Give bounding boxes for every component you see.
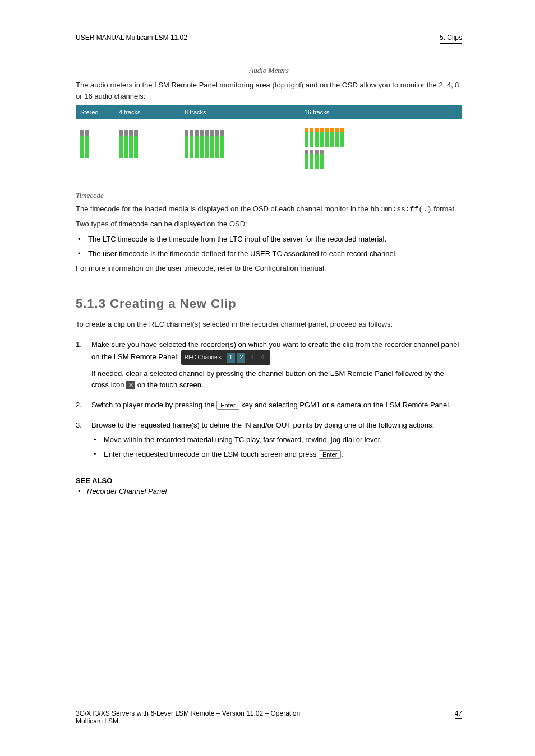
- page-header: USER MANUAL Multicam LSM 11.02 5. Clips: [76, 34, 462, 44]
- th-4tracks: 4 tracks: [114, 105, 180, 119]
- rec-channels-label: REC Channels: [185, 354, 222, 360]
- th-16tracks: 16 tracks: [300, 105, 462, 119]
- timecode-more: For more information on the user timecod…: [76, 263, 462, 274]
- peakmeter-2ch: [80, 127, 110, 158]
- step-1: 1. Make sure you have selected the recor…: [76, 339, 462, 391]
- timecode-item-user: The user timecode is the timecode define…: [76, 248, 462, 259]
- step-1-text-a: Make sure you have selected the recorder…: [91, 340, 459, 361]
- timecode-p1: The timecode for the loaded media is dis…: [76, 203, 462, 215]
- peakmeter-8ch: [185, 127, 296, 158]
- rec-channel-3[interactable]: 3: [248, 353, 256, 363]
- rec-channels-panel: REC Channels 1 2 3 4: [181, 350, 270, 365]
- audio-meters-intro: The audio meters in the LSM Remote Panel…: [76, 80, 462, 102]
- heading-creating-new-clip: 5.1.3 Creating a New Clip: [76, 296, 462, 311]
- th-8tracks: 8 tracks: [180, 105, 300, 119]
- creating-steps: 1. Make sure you have selected the recor…: [76, 339, 462, 460]
- rec-channel-4[interactable]: 4: [259, 353, 266, 363]
- timecode-p1-b: format.: [432, 205, 456, 213]
- creating-intro: To create a clip on the REC channel(s) s…: [76, 319, 462, 330]
- audio-meters-table: Stereo 4 tracks 8 tracks 16 tracks: [76, 105, 462, 175]
- header-left-text: USER MANUAL Multicam LSM 11.02: [76, 34, 187, 41]
- step-2-text: key and selecting PGM1 or a camera on th…: [239, 401, 451, 409]
- cell-stereo: [76, 119, 114, 175]
- see-also-item-1[interactable]: Recorder Channel Panel: [76, 487, 462, 495]
- step-1-note-b: on the touch screen.: [135, 381, 203, 389]
- step-2-number: 2.: [76, 400, 82, 411]
- header-right-text: 5. Clips: [440, 34, 462, 44]
- step-3-text: Browse to the requested frame(s) to defi…: [91, 421, 434, 429]
- step-2-pre: Switch to player mode by pressing the: [91, 401, 216, 409]
- see-also-block: SEE ALSO Recorder Channel Panel: [76, 476, 462, 495]
- timecode-list-intro: Two types of timecode can be displayed o…: [76, 219, 462, 230]
- step-1-text-b: .: [270, 353, 273, 361]
- cell-8tracks: [180, 119, 300, 175]
- see-also-title: SEE ALSO: [76, 476, 462, 485]
- step-3-number: 3.: [76, 420, 82, 431]
- step-3-sub-a: Move within the recorded material using …: [91, 434, 462, 446]
- section-title-timecode: Timecode: [76, 191, 462, 200]
- section-title-audio-meters: Audio Meters: [76, 66, 462, 75]
- close-icon[interactable]: ✕: [126, 381, 135, 389]
- cell-4tracks: [114, 119, 180, 175]
- table-header-row: Stereo 4 tracks 8 tracks 16 tracks: [76, 105, 462, 119]
- peakmeter-4ch: [119, 127, 176, 158]
- peakmeter-16ch: [305, 127, 458, 169]
- step-1-number: 1.: [76, 339, 82, 350]
- footer-left-text: 3G/XT3/XS Servers with 6-Lever LSM Remot…: [76, 709, 307, 725]
- step-1-note: If needed, clear a selected channel by p…: [91, 368, 462, 391]
- page-footer: 3G/XT3/XS Servers with 6-Lever LSM Remot…: [76, 709, 462, 725]
- timecode-list: The LTC timecode is the timecode from th…: [76, 234, 462, 259]
- step-3: 3. Browse to the requested frame(s) to d…: [76, 420, 462, 460]
- step-3-sub-b-tail: .: [341, 450, 343, 458]
- timecode-format: hh:mm:ss:ff(.): [370, 205, 431, 214]
- enter-key-icon-2: Enter: [319, 450, 341, 459]
- step-2: 2. Switch to player mode by pressing the…: [76, 400, 462, 411]
- cell-16tracks: [300, 119, 462, 175]
- timecode-p1-a: The timecode for the loaded media is dis…: [76, 205, 370, 213]
- rec-channel-1[interactable]: 1: [227, 353, 235, 363]
- th-stereo: Stereo: [76, 105, 114, 119]
- rec-channel-2[interactable]: 2: [237, 353, 245, 363]
- enter-key-icon: Enter: [216, 401, 239, 410]
- timecode-item-ltc: The LTC timecode is the timecode from th…: [76, 234, 462, 245]
- table-body-row: [76, 119, 462, 175]
- step-3-sub-b-text: Enter the requested timecode on the LSM …: [104, 450, 319, 458]
- step-3-sub-b: Enter the requested timecode on the LSM …: [91, 449, 462, 460]
- page: USER MANUAL Multicam LSM 11.02 5. Clips …: [0, 0, 535, 756]
- footer-page-number: 47: [455, 709, 462, 719]
